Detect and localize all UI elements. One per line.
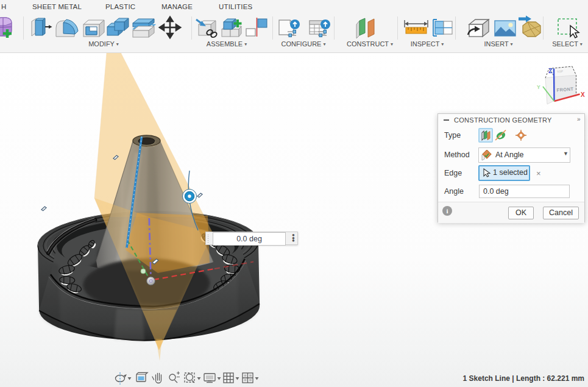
svg-text:Z: Z <box>548 67 553 74</box>
svg-text:Y: Y <box>537 84 540 90</box>
svg-text:X: X <box>581 91 585 98</box>
